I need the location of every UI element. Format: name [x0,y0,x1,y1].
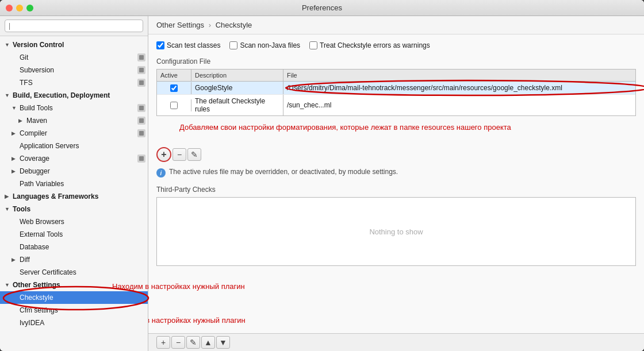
row-active-checkbox[interactable] [170,102,178,109]
add-button[interactable]: + [156,147,171,162]
bottom-up-button[interactable]: ▲ [201,336,215,349]
sidebar-item-build-execution[interactable]: ▼ Build, Execution, Deployment [0,89,148,102]
sidebar-item-maven[interactable]: ▶ Maven [0,114,148,127]
scan-test-input[interactable] [156,41,164,49]
annotation-icon [137,53,145,61]
sidebar-item-label: Other Settings [13,281,60,289]
row-active-checkbox[interactable] [170,84,178,92]
arrow-icon: ▶ [5,194,12,199]
sidebar-item-web-browsers[interactable]: Web Browsers [0,215,148,228]
scan-non-java-checkbox[interactable]: Scan non-Java files [229,41,300,49]
scan-non-java-input[interactable] [229,41,237,49]
scan-test-checkbox[interactable]: Scan test classes [156,41,220,49]
row-active [157,82,191,94]
sidebar-item-label: External Tools [20,230,63,238]
window-controls [6,5,33,11]
sidebar-item-build-tools[interactable]: ▼ Build Tools [0,102,148,114]
config-table: Active Description File GoogleStyle /Use… [156,69,636,116]
sidebar-item-compiler[interactable]: ▶ Compiler [0,127,148,140]
annotation-icon [137,66,145,74]
close-button[interactable] [6,5,13,11]
table-header: Active Description File [157,70,635,82]
breadcrumb-current: Checkstyle [216,21,252,29]
row-file: /Users/dmitry/Dima/mail-tehnotrack/messe… [283,82,635,94]
breadcrumb-parent: Other Settings [156,21,204,29]
main-header: Other Settings › Checkstyle [148,16,644,34]
search-input[interactable] [5,20,143,32]
sidebar-item-checkstyle[interactable]: Checkstyle [0,291,148,304]
third-party-section: Nothing to show [156,197,636,266]
arrow-icon: ▼ [12,105,18,111]
sidebar-item-database[interactable]: Database [0,241,148,253]
col-header-description: Description [191,70,283,81]
sidebar-item-label: Languages & Frameworks [13,192,98,200]
bottom-add-button[interactable]: + [156,336,170,349]
sidebar-item-other-settings[interactable]: ▼ Other Settings [0,279,148,291]
bottom-down-button[interactable]: ▼ [216,336,230,349]
sidebar-item-label: Server Certificates [20,268,76,276]
sidebar-tree: ▼ Version Control Git Subversion TFS [0,36,148,351]
info-icon: i [156,168,166,178]
remove-button[interactable]: − [172,148,186,161]
col-header-active: Active [157,70,191,81]
annotation-find-text: Находим в настройках нужный плагин [148,316,246,325]
sidebar-item-label: Cfm settings [20,306,58,314]
sidebar-item-application-servers[interactable]: Application Servers [0,140,148,152]
sidebar-item-tfs[interactable]: TFS [0,76,148,89]
sidebar-item-label: Version Control [13,41,64,49]
content-area: ▼ Version Control Git Subversion TFS [0,16,644,351]
bottom-toolbar: + − ✎ ▲ ▼ [148,333,644,351]
sidebar-item-label: Web Browsers [20,218,64,226]
minimize-button[interactable] [16,5,23,11]
sidebar-item-coverage[interactable]: ▶ Coverage [0,152,148,165]
arrow-icon: ▶ [12,130,18,136]
sidebar-item-subversion[interactable]: Subversion [0,64,148,76]
sidebar-item-label: Compiler [20,129,47,137]
treat-errors-checkbox[interactable]: Treat Checkstyle errors as warnings [309,41,430,49]
row-description: The default Checkstyle rules [191,95,283,115]
sidebar-item-label: Database [20,243,49,251]
sidebar-item-cfm-settings[interactable]: Cfm settings [0,304,148,317]
svg-rect-2 [139,80,144,85]
table-row[interactable]: The default Checkstyle rules /sun_chec..… [157,95,635,115]
annotation-area: Добавляем свои настройки форматирования,… [156,121,636,145]
sidebar-item-git[interactable]: Git [0,51,148,64]
treat-errors-input[interactable] [309,41,317,49]
arrow-icon: ▶ [12,156,18,161]
svg-rect-4 [139,118,144,123]
annotation-add-text: Добавляем свои настройки форматирования,… [179,123,511,132]
sidebar-item-server-certificates[interactable]: Server Certificates [0,266,148,279]
annotation-icon [137,155,145,163]
breadcrumb-sep: › [209,21,211,29]
sidebar-item-diff[interactable]: ▶ Diff [0,253,148,266]
svg-rect-5 [139,131,144,136]
window-title: Preferences [302,3,342,12]
options-row: Scan test classes Scan non-Java files Tr… [156,41,636,49]
sidebar-item-ivyidea[interactable]: IvyIDEA [0,317,148,329]
bottom-edit-button[interactable]: ✎ [186,336,200,349]
row-active [157,99,191,111]
sidebar-item-external-tools[interactable]: External Tools [0,228,148,241]
annotation-icon [137,129,145,137]
svg-rect-0 [139,55,144,60]
annotation-find-area: Находим в настройках нужный плагин [148,316,246,325]
sidebar-item-path-variables[interactable]: Path Variables [0,178,148,190]
third-party-title: Third-Party Checks [156,186,636,194]
preferences-window: Preferences ▼ Version Control Git [0,0,644,351]
svg-rect-1 [139,68,144,72]
sidebar-item-label: IvyIDEA [20,319,44,327]
maximize-button[interactable] [26,5,33,11]
toolbar-row: + − ✎ [156,147,636,162]
sidebar-item-tools[interactable]: ▼ Tools [0,203,148,215]
sidebar-item-label: Build, Execution, Deployment [13,91,110,99]
bottom-remove-button[interactable]: − [171,336,185,349]
arrow-icon: ▼ [5,92,12,98]
sidebar-item-version-control[interactable]: ▼ Version Control [0,38,148,51]
config-section-title: Configuration File [156,57,636,65]
sidebar-item-debugger[interactable]: ▶ Debugger [0,165,148,178]
scan-test-label: Scan test classes [167,41,220,49]
edit-button[interactable]: ✎ [187,148,201,161]
sidebar-item-languages[interactable]: ▶ Languages & Frameworks [0,190,148,203]
scan-non-java-label: Scan non-Java files [240,41,300,49]
table-row[interactable]: GoogleStyle /Users/dmitry/Dima/mail-tehn… [157,82,635,95]
